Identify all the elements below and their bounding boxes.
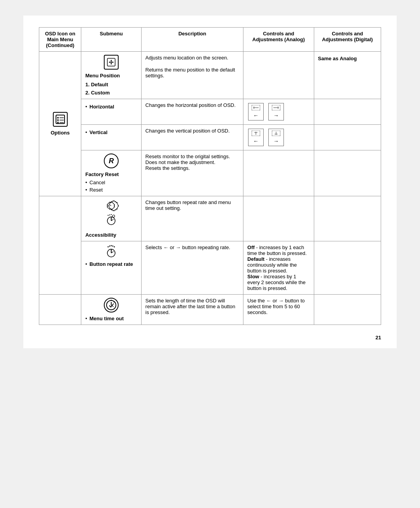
table-header: OSD Icon on Main Menu (Continued) Submen…: [39, 28, 381, 52]
menu-timeout-item: Menu time out: [85, 316, 137, 321]
desc-accessibility-text: Changes button repeat rate and menu time…: [145, 199, 231, 211]
header-analog: Controls and Adjustments (Analog): [243, 28, 314, 52]
svg-point-38: [109, 246, 110, 247]
button-repeat-icon: [104, 244, 118, 258]
accessibility-label: Accessibility: [85, 232, 137, 238]
header-sub: Submenu: [81, 28, 141, 52]
svg-point-3: [57, 119, 59, 121]
factory-reset-icon: R: [104, 154, 119, 168]
table-row-factory-reset: R Factory Reset Cancel Reset Resets moni…: [39, 150, 381, 196]
options-label: Options: [43, 130, 77, 136]
header-desc: Description: [141, 28, 243, 52]
svg-point-31: [108, 215, 108, 216]
table-row: Options: [39, 52, 381, 99]
vertical-label: Vertical: [89, 129, 107, 135]
main-table: OSD Icon on Main Menu (Continued) Submen…: [39, 27, 381, 325]
horizontal-controls: ← →: [247, 102, 310, 121]
header-sub-label: Submenu: [100, 31, 123, 37]
digital-horizontal: [314, 99, 381, 125]
page: OSD Icon on Main Menu (Continued) Submen…: [23, 16, 397, 348]
v-down-icon: [272, 131, 280, 137]
button-repeat-label: Button repeat rate: [89, 261, 133, 267]
osd-accessibility-cell: [39, 196, 81, 295]
svg-point-40: [112, 246, 114, 247]
h-right-arrow: →: [273, 112, 279, 119]
reset-label: Reset: [89, 187, 103, 193]
h-right-box: →: [268, 103, 284, 120]
cancel-label: Cancel: [89, 180, 105, 185]
v-up-box: ←: [248, 129, 264, 146]
desc-button-repeat: Selects ← or → button repeating rate.: [141, 241, 243, 295]
accessibility-svg-icon: [104, 214, 118, 228]
h-left-arrow: ←: [253, 112, 259, 119]
table-row-vertical: Vertical Changes the vertical position o…: [39, 125, 381, 150]
table-row-accessibility: ⏲⃝: [39, 196, 381, 241]
same-as-analog-label: Same as Analog: [318, 56, 357, 61]
analog-factory-reset: [243, 150, 314, 196]
desc-menu-timeout: Sets the length of time the OSD will rem…: [141, 295, 243, 325]
analog-vertical: ← →: [243, 125, 314, 150]
submenu-accessibility: ⏲⃝: [81, 196, 141, 241]
reset-item: Reset: [85, 187, 137, 193]
header-osd: OSD Icon on Main Menu (Continued): [39, 28, 81, 52]
submenu-menu-position: Menu Position 1. Default 2. Custom: [81, 52, 141, 99]
svg-marker-11: [112, 61, 114, 63]
submenu-horizontal: Horizontal: [81, 99, 141, 125]
digital-vertical: [314, 125, 381, 150]
svg-point-37: [108, 246, 109, 248]
header-digital-label: Controls and Adjustments (Digital): [322, 31, 373, 42]
svg-point-39: [111, 245, 112, 246]
svg-point-1: [57, 117, 59, 119]
svg-point-5: [57, 122, 59, 123]
digital-same-as-analog: Same as Analog: [314, 52, 381, 99]
osd-menu-timeout-cell: [39, 295, 81, 325]
digital-button-repeat: [314, 241, 381, 295]
desc-horizontal-text: Changes the horizontal position of OSD.: [145, 102, 236, 108]
h-left-box: ←: [248, 103, 264, 120]
submenu-button-repeat: Button repeat rate: [81, 241, 141, 295]
menu-position-icon: [104, 55, 119, 70]
factory-reset-label: Factory Reset: [85, 171, 137, 177]
options-icon: [53, 112, 68, 127]
header-analog-label: Controls and Adjustments (Analog): [252, 31, 305, 42]
cancel-item: Cancel: [85, 180, 137, 185]
digital-menu-timeout: [314, 295, 381, 325]
analog-button-repeat: Off - increases by 1 each time the butto…: [243, 241, 314, 295]
desc-vertical-text: Changes the vertical position of OSD.: [145, 128, 230, 134]
horizontal-item: Horizontal: [85, 104, 137, 110]
h-right-icon: [272, 105, 280, 112]
digital-factory-reset: [314, 150, 381, 196]
svg-marker-10: [109, 61, 110, 63]
desc-factory-reset-text: Resets monitor to the origital settings.…: [145, 154, 239, 171]
vertical-item: Vertical: [85, 129, 137, 135]
page-number: 21: [376, 335, 381, 340]
table-row-menu-timeout: Menu time out Sets the length of time th…: [39, 295, 381, 325]
desc-menu-position: Adjusts menu location on the screen. Ret…: [141, 52, 243, 99]
svg-marker-12: [110, 60, 112, 61]
button-repeat-item: Button repeat rate: [85, 261, 137, 267]
header-desc-label: Description: [178, 31, 206, 37]
table-row-horizontal: Horizontal Changes the horizontal positi…: [39, 99, 381, 125]
osd-options-cell: Options: [39, 52, 81, 196]
digital-accessibility: [314, 196, 381, 241]
h-left-icon: [252, 105, 260, 112]
submenu-menu-timeout: Menu time out: [81, 295, 141, 325]
v-up-icon: [252, 131, 260, 137]
v-right-arrow: →: [273, 138, 279, 144]
submenu-factory-reset: R Factory Reset Cancel Reset: [81, 150, 141, 196]
v-down-box: →: [268, 129, 284, 146]
svg-point-32: [109, 215, 110, 215]
analog-button-repeat-text: Off - increases by 1 each time the butto…: [247, 244, 310, 291]
desc-factory-reset: Resets monitor to the origital settings.…: [141, 150, 243, 196]
svg-point-33: [111, 214, 112, 215]
desc-horizontal: Changes the horizontal position of OSD.: [141, 99, 243, 125]
desc-button-repeat-text: Selects ← or → button repeating rate.: [145, 244, 230, 250]
submenu-vertical: Vertical: [81, 125, 141, 150]
default-label: 1. Default: [85, 82, 137, 87]
vertical-controls: ← →: [247, 128, 310, 147]
desc-vertical: Changes the vertical position of OSD.: [141, 125, 243, 150]
menu-timeout-label: Menu time out: [89, 316, 124, 321]
menu-position-label: Menu Position: [85, 73, 137, 79]
svg-marker-13: [110, 63, 112, 65]
desc-adjusts: Adjusts menu location on the screen.: [145, 55, 239, 61]
